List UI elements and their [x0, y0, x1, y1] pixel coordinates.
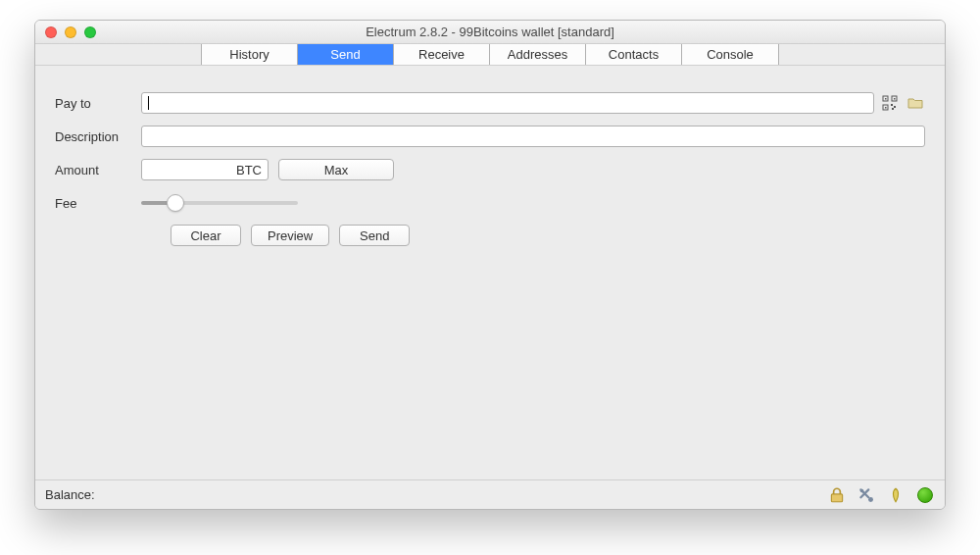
status-bar: Balance: — [35, 479, 945, 509]
titlebar: Electrum 2.8.2 - 99Bitcoins wallet [stan… — [35, 21, 945, 44]
send-panel: Pay to — [35, 66, 945, 479]
fee-slider[interactable] — [141, 201, 298, 205]
svg-point-10 — [868, 497, 873, 502]
clear-button[interactable]: Clear — [171, 225, 241, 246]
payto-label: Pay to — [55, 96, 141, 111]
close-window-button[interactable] — [45, 26, 57, 38]
svg-rect-9 — [831, 493, 842, 501]
tab-console[interactable]: Console — [682, 44, 778, 65]
tab-receive[interactable]: Receive — [394, 44, 490, 65]
fee-label: Fee — [55, 196, 141, 211]
svg-rect-7 — [894, 106, 896, 108]
max-button[interactable]: Max — [278, 159, 394, 180]
preview-button[interactable]: Preview — [251, 225, 329, 246]
balance-label: Balance: — [45, 487, 95, 502]
tab-addresses[interactable]: Addresses — [490, 44, 586, 65]
tab-bar: History Send Receive Addresses Contacts … — [35, 44, 945, 66]
description-input[interactable] — [141, 126, 925, 147]
lock-icon[interactable] — [827, 485, 847, 505]
app-window: Electrum 2.8.2 - 99Bitcoins wallet [stan… — [34, 20, 946, 510]
svg-rect-3 — [885, 98, 887, 100]
description-label: Description — [55, 129, 141, 144]
tab-send[interactable]: Send — [298, 44, 394, 65]
tab-history[interactable]: History — [202, 44, 298, 65]
open-file-icon[interactable] — [906, 93, 925, 113]
window-title: Electrum 2.8.2 - 99Bitcoins wallet [stan… — [35, 25, 945, 39]
payto-input[interactable] — [141, 92, 874, 114]
svg-rect-4 — [894, 98, 896, 100]
amount-label: Amount — [55, 163, 141, 177]
balance-text: Balance: — [45, 487, 95, 502]
qr-scan-icon[interactable] — [880, 93, 900, 113]
window-controls — [35, 26, 96, 38]
svg-rect-6 — [891, 104, 893, 106]
tab-contacts[interactable]: Contacts — [586, 44, 682, 65]
amount-input[interactable]: BTC — [141, 159, 269, 180]
amount-unit: BTC — [236, 163, 262, 177]
zoom-window-button[interactable] — [84, 26, 96, 38]
send-button[interactable]: Send — [339, 225, 410, 246]
seed-icon[interactable] — [886, 485, 906, 505]
minimize-window-button[interactable] — [65, 26, 76, 38]
svg-rect-5 — [885, 107, 887, 109]
svg-rect-8 — [892, 108, 894, 110]
svg-point-11 — [860, 488, 864, 492]
network-status-icon[interactable] — [915, 485, 935, 505]
settings-icon[interactable] — [857, 485, 876, 505]
